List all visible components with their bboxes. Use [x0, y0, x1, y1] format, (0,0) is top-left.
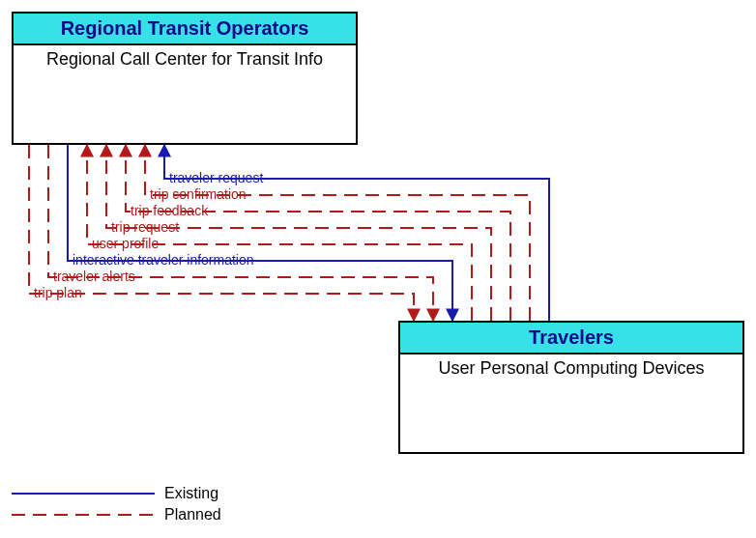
flow-trip-confirmation-label: trip confirmation [150, 186, 247, 202]
flow-interactive-traveler-information-label: interactive traveler information [73, 252, 254, 268]
flow-traveler-request-label: traveler request [169, 170, 263, 185]
legend-planned-label: Planned [164, 506, 221, 524]
legend-existing-label: Existing [164, 485, 218, 502]
flow-traveler-alerts-label: traveler alerts [53, 269, 135, 284]
flow-trip-feedback-label: trip feedback [131, 203, 208, 218]
flow-user-profile-label: user profile [92, 236, 159, 251]
flow-trip-plan-label: trip plan [34, 285, 82, 300]
flow-trip-request-label: trip request [111, 219, 179, 235]
